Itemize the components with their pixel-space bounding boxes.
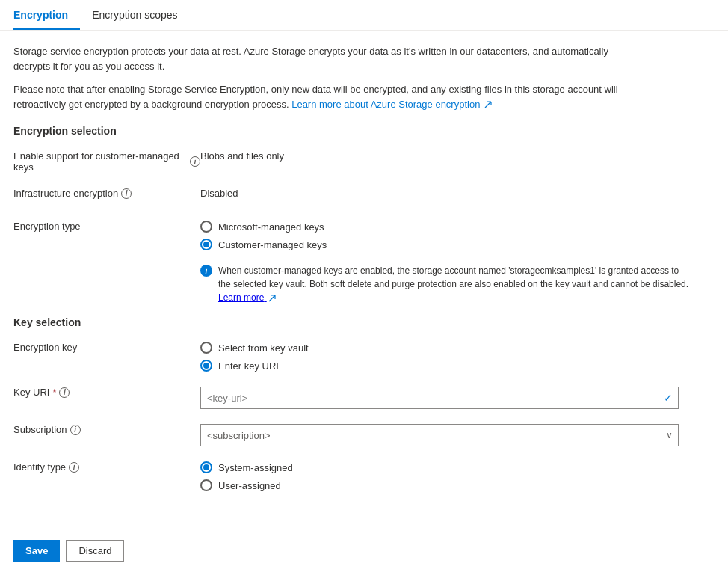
encryption-key-label: Encryption key [13, 339, 200, 353]
footer: Save Discard [0, 529, 728, 572]
subscription-select[interactable]: <subscription> [200, 424, 679, 446]
enter-key-uri-option[interactable]: Enter key URI [200, 360, 715, 372]
encryption-key-row: Encryption key Select from key vault Ent… [13, 339, 715, 372]
main-description: Storage service encryption protects your… [13, 44, 626, 73]
info-box-icon: i [200, 265, 212, 277]
customer-managed-keys-option[interactable]: Customer-managed keys [200, 239, 715, 250]
customer-managed-keys-radio[interactable] [200, 239, 212, 250]
cmk-external-link-icon [268, 295, 276, 302]
select-from-vault-radio[interactable] [200, 342, 212, 354]
learn-more-cmk-link[interactable]: Learn more [218, 292, 276, 303]
customer-keys-info-icon[interactable]: i [190, 156, 200, 167]
note-text: Please note that after enabling Storage … [13, 82, 626, 111]
key-uri-input-container: ✓ [200, 387, 679, 409]
encryption-key-options: Select from key vault Enter key URI [200, 339, 715, 372]
customer-keys-value: Blobs and files only [200, 147, 715, 162]
encryption-type-row: Encryption type Microsoft-managed keys C… [13, 218, 715, 304]
key-uri-row: Key URI * i ✓ [13, 384, 715, 409]
info-box-text: When customer-managed keys are enabled, … [218, 264, 694, 304]
encryption-type-label: Encryption type [13, 218, 200, 232]
key-selection-header: Key selection [13, 316, 715, 328]
key-uri-check-mark: ✓ [664, 392, 673, 404]
tab-encryption[interactable]: Encryption [13, 0, 80, 30]
external-link-icon [484, 101, 492, 108]
subscription-row: Subscription i <subscription> ∨ [13, 421, 715, 446]
customer-keys-label: Enable support for customer-managed keys… [13, 147, 200, 173]
key-uri-required-star: * [52, 387, 56, 398]
identity-type-row: Identity type i System-assigned User-ass… [13, 458, 715, 491]
infrastructure-value: Disabled [200, 185, 715, 199]
encryption-selection-header: Encryption selection [13, 125, 715, 137]
infrastructure-encryption-label: Infrastructure encryption i [13, 185, 200, 199]
select-from-vault-label: Select from key vault [218, 342, 309, 354]
microsoft-managed-keys-label: Microsoft-managed keys [218, 221, 324, 233]
subscription-label: Subscription i [13, 421, 200, 435]
tab-encryption-scopes[interactable]: Encryption scopes [92, 0, 189, 30]
infrastructure-encryption-row: Infrastructure encryption i Disabled [13, 185, 715, 206]
identity-type-options: System-assigned User-assigned [200, 458, 715, 491]
user-assigned-label: User-assigned [218, 480, 281, 491]
microsoft-managed-keys-option[interactable]: Microsoft-managed keys [200, 221, 715, 233]
identity-type-label: Identity type i [13, 458, 200, 473]
tab-bar: Encryption Encryption scopes [0, 0, 728, 31]
key-uri-label: Key URI * i [13, 384, 200, 398]
subscription-select-container: <subscription> ∨ [200, 424, 679, 446]
system-assigned-label: System-assigned [218, 462, 293, 473]
subscription-info-icon[interactable]: i [70, 425, 81, 435]
learn-more-link[interactable]: Learn more about Azure Storage encryptio… [291, 99, 492, 110]
infrastructure-info-icon[interactable]: i [121, 188, 132, 199]
microsoft-managed-keys-radio[interactable] [200, 221, 212, 233]
enter-key-uri-label: Enter key URI [218, 360, 279, 372]
user-assigned-radio[interactable] [200, 479, 212, 491]
discard-button[interactable]: Discard [66, 540, 124, 562]
customer-managed-keys-label: Customer-managed keys [218, 239, 327, 250]
encryption-type-options: Microsoft-managed keys Customer-managed … [200, 218, 715, 304]
customer-managed-info-box: i When customer-managed keys are enabled… [200, 264, 694, 304]
system-assigned-radio[interactable] [200, 461, 212, 473]
subscription-dropdown-wrapper: <subscription> ∨ [200, 421, 715, 446]
enter-key-uri-radio[interactable] [200, 360, 212, 372]
key-uri-info-icon[interactable]: i [59, 387, 70, 398]
key-uri-input[interactable] [200, 387, 679, 409]
user-assigned-option[interactable]: User-assigned [200, 479, 715, 491]
save-button[interactable]: Save [13, 540, 60, 562]
select-from-vault-option[interactable]: Select from key vault [200, 342, 715, 354]
identity-type-info-icon[interactable]: i [69, 462, 79, 473]
customer-keys-row: Enable support for customer-managed keys… [13, 147, 715, 173]
key-uri-input-wrapper: ✓ [200, 384, 715, 409]
system-assigned-option[interactable]: System-assigned [200, 461, 715, 473]
